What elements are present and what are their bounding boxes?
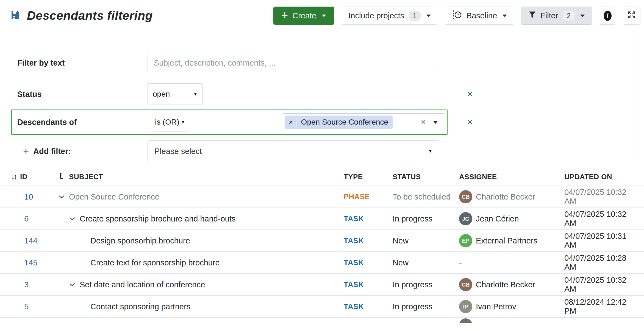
funnel-icon: [528, 11, 536, 21]
work-package-type: PHASE: [344, 193, 393, 201]
remove-status-filter-button[interactable]: ×: [467, 89, 473, 99]
filter-row-status: Status open ▼ ×: [7, 83, 637, 106]
remove-descendants-filter-button[interactable]: ×: [467, 117, 473, 127]
title-group: Descendants filtering: [10, 9, 153, 23]
work-package-id-link[interactable]: 144: [24, 236, 37, 245]
selected-value-chip: × Open Source Conference: [285, 116, 393, 129]
filter-row-descendants: Descendants of is (OR) ▼ × Open Source C…: [7, 110, 637, 135]
assignee-name[interactable]: External Partners: [476, 236, 537, 245]
filter-count-badge: 2: [563, 11, 575, 21]
status-operator-select[interactable]: open ▼: [148, 83, 203, 105]
chip-remove-icon[interactable]: ×: [285, 118, 297, 126]
select-caret-icon: ▼: [181, 120, 185, 125]
table-row[interactable]: 5 Contact sponsoring partners TASK In pr…: [0, 296, 644, 318]
info-button[interactable]: i: [599, 7, 616, 25]
table-row[interactable]: 6 Create sponsorship brochure and hand-o…: [0, 208, 644, 230]
table-row[interactable]: 10 Open Source Conference PHASE To be sc…: [0, 186, 644, 208]
work-package-table: ↓↑ ID SUBJECT TYPE STATUS ASSIGNEE UPDAT…: [0, 168, 644, 323]
filter-button[interactable]: Filter 2: [521, 7, 592, 25]
work-package-subject: Design sponsorhip brochure: [90, 236, 190, 245]
work-package-subject: Open Source Conference: [69, 192, 159, 201]
work-package-status: In progress: [393, 302, 459, 311]
descendants-filter-highlight-box: Descendants of is (OR) ▼ × Open Source C…: [11, 110, 448, 135]
assignee-name[interactable]: -: [459, 258, 462, 267]
avatar: JC: [459, 212, 472, 225]
column-header-assignee[interactable]: ASSIGNEE: [459, 173, 564, 181]
work-package-subject: Set date and location of conference: [80, 280, 205, 289]
assignee-name[interactable]: Charlotte Becker: [476, 280, 535, 289]
work-package-id-link[interactable]: 10: [24, 192, 33, 201]
avatar: EP: [459, 234, 472, 247]
updated-on: 08/12/2024 12:42 PM: [564, 298, 637, 316]
baseline-button[interactable]: Baseline: [445, 7, 514, 25]
chevron-down-icon[interactable]: [59, 195, 67, 199]
column-header-updated-on[interactable]: UPDATED ON: [564, 173, 637, 181]
column-header-updated-on-label: UPDATED ON: [564, 173, 612, 181]
toolbar: + Create Include projects 1 Baseline: [273, 7, 640, 25]
work-package-type: TASK: [344, 302, 393, 311]
work-package-status: New: [393, 258, 459, 267]
work-package-type: TASK: [344, 259, 393, 267]
clear-value-icon[interactable]: ×: [421, 117, 426, 127]
filter-panel: Filter by text Status open ▼ × Descendan…: [7, 34, 637, 163]
status-operator-value: open: [153, 90, 170, 99]
select-caret-icon: ▼: [428, 149, 432, 154]
updated-on: 04/07/2025 10:32 AM: [564, 210, 637, 228]
select-caret-icon: ▼: [193, 92, 198, 97]
text-filter-label: Filter by text: [7, 58, 141, 68]
filter-row-add: + Add filter: Please select ▼: [7, 140, 637, 163]
text-filter-input[interactable]: [148, 54, 439, 72]
chevron-down-icon[interactable]: [433, 121, 438, 124]
updated-on: 04/07/2025 10:31 AM: [564, 232, 637, 250]
column-header-subject-label: SUBJECT: [69, 173, 103, 181]
chevron-down-icon[interactable]: [69, 217, 77, 221]
table-row[interactable]: 145 Create text for sponsorship brochure…: [0, 252, 644, 274]
include-projects-count-badge: 1: [409, 11, 421, 21]
column-header-type[interactable]: TYPE: [344, 173, 393, 181]
work-package-id-link[interactable]: 6: [24, 214, 29, 223]
work-package-status: New: [393, 236, 459, 245]
page-title: Descendants filtering: [27, 9, 153, 23]
descendants-value-select[interactable]: × Open Source Conference ×: [283, 113, 444, 131]
avatar: CB: [459, 278, 472, 291]
add-filter-select[interactable]: Please select ▼: [148, 140, 439, 162]
hierarchy-icon[interactable]: [59, 173, 65, 181]
descendants-operator-select[interactable]: is (OR) ▼: [151, 113, 189, 131]
work-package-id-link[interactable]: 145: [24, 258, 37, 267]
filter-label: Filter: [540, 11, 558, 20]
column-header-subject[interactable]: SUBJECT: [56, 173, 344, 181]
assignee-name[interactable]: Jean Cérien: [476, 214, 519, 223]
include-projects-button[interactable]: Include projects 1: [341, 7, 438, 25]
chevron-down-icon: [426, 15, 431, 17]
work-package-id-link[interactable]: 5: [24, 302, 29, 311]
assignee-name[interactable]: Charlotte Becker: [476, 192, 535, 201]
table-header-row: ↓↑ ID SUBJECT TYPE STATUS ASSIGNEE UPDAT…: [0, 168, 644, 186]
fullscreen-button[interactable]: [623, 7, 640, 25]
work-package-subject: Contact sponsoring partners: [90, 302, 190, 311]
table-row[interactable]: 3 Set date and location of conference TA…: [0, 274, 644, 296]
chip-label: Open Source Conference: [297, 118, 393, 127]
create-button-label: Create: [292, 11, 316, 20]
add-filter-value: Please select: [154, 147, 202, 156]
work-package-id-link[interactable]: 3: [24, 280, 29, 289]
filter-row-text: Filter by text: [7, 51, 637, 74]
column-header-id[interactable]: ↓↑ ID: [11, 173, 56, 181]
column-header-status[interactable]: STATUS: [393, 173, 459, 181]
updated-on: 04/07/2025 10:32 AM: [564, 276, 637, 294]
sort-icon: ↓↑: [11, 173, 16, 181]
status-filter-label: Status: [7, 90, 141, 99]
create-button[interactable]: + Create: [273, 7, 334, 25]
work-package-status: To be scheduled: [393, 192, 459, 201]
save-view-icon[interactable]: [10, 10, 20, 21]
table-row[interactable]: 144 Design sponsorhip brochure TASK New …: [0, 230, 644, 252]
baseline-clock-icon: [452, 10, 462, 22]
assignee-name[interactable]: Ivan Petrov: [476, 302, 516, 311]
chevron-down-icon: [503, 15, 507, 17]
expand-arrows-icon: [627, 10, 636, 21]
updated-on: 04/07/2025 10:28 AM: [564, 254, 637, 272]
avatar: IP: [459, 300, 472, 313]
avatar: [459, 318, 472, 323]
plus-icon: +: [23, 145, 29, 157]
avatar: CB: [459, 190, 472, 203]
chevron-down-icon[interactable]: [69, 283, 77, 287]
